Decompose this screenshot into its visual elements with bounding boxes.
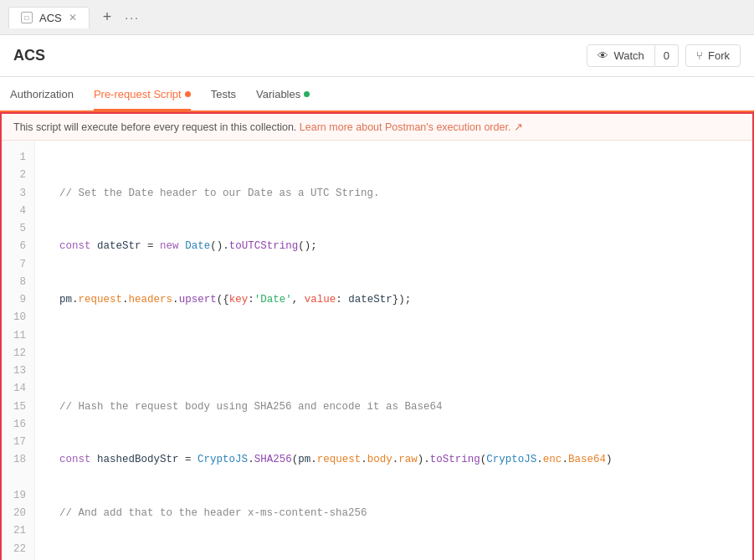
line-num-12: 12 bbox=[13, 345, 26, 362]
code-line-7: // And add that to the header x-ms-conte… bbox=[47, 505, 741, 522]
line-num-3: 3 bbox=[13, 185, 26, 203]
tab-pre-request-label: Pre-request Script bbox=[94, 88, 182, 100]
line-num-1: 1 bbox=[13, 149, 26, 167]
fork-label: Fork bbox=[708, 49, 730, 62]
code-content: 1 2 3 4 5 6 7 8 9 10 11 12 13 14 15 16 1… bbox=[2, 141, 752, 560]
notice-text: This script will execute before every re… bbox=[13, 121, 300, 133]
line-num-7: 7 bbox=[13, 256, 26, 274]
fork-button[interactable]: ⑂ Fork bbox=[685, 44, 741, 67]
line-num-2: 2 bbox=[13, 167, 26, 184]
pre-request-dot bbox=[185, 91, 191, 97]
tab-tests-label: Tests bbox=[211, 88, 236, 100]
code-line-1: // Set the Date header to our Date as a … bbox=[47, 185, 741, 203]
notice-bar: This script will execute before every re… bbox=[2, 114, 752, 141]
tab-icon: □ bbox=[21, 12, 33, 23]
browser-chrome: □ ACS ✕ + ··· bbox=[0, 0, 754, 35]
line-num-6: 6 bbox=[13, 238, 26, 255]
tab-more-button[interactable]: ··· bbox=[125, 11, 140, 24]
watch-count: 0 bbox=[655, 44, 679, 67]
line-num-10: 10 bbox=[13, 309, 26, 326]
eye-icon: 👁 bbox=[598, 49, 608, 62]
line-num-5: 5 bbox=[13, 220, 26, 238]
tab-variables[interactable]: Variables bbox=[256, 80, 310, 110]
code-lines[interactable]: // Set the Date header to our Date as a … bbox=[35, 141, 752, 560]
line-num-18: 18 bbox=[13, 451, 26, 469]
line-num-14: 14 bbox=[13, 380, 26, 398]
app-header: ACS 👁 Watch 0 ⑂ Fork bbox=[0, 35, 754, 77]
new-tab-button[interactable]: + bbox=[96, 7, 119, 28]
tab-authorization[interactable]: Authorization bbox=[10, 80, 74, 110]
line-num-11: 11 bbox=[13, 327, 26, 345]
line-num-16: 16 bbox=[13, 416, 26, 434]
app-title: ACS bbox=[13, 47, 45, 64]
line-num-15: 15 bbox=[13, 398, 26, 416]
tab-authorization-label: Authorization bbox=[10, 88, 74, 100]
code-line-4 bbox=[47, 345, 741, 362]
code-line-2: const dateStr = new Date().toUTCString()… bbox=[47, 238, 741, 255]
line-num-20: 20 bbox=[13, 505, 26, 522]
code-line-3: pm.request.headers.upsert({key:'Date', v… bbox=[47, 291, 741, 309]
line-num-18b bbox=[13, 470, 26, 487]
line-num-17: 17 bbox=[13, 434, 26, 451]
line-num-22: 22 bbox=[13, 541, 26, 558]
line-numbers: 1 2 3 4 5 6 7 8 9 10 11 12 13 14 15 16 1… bbox=[2, 141, 35, 560]
code-line-5: // Hash the request body using SHA256 an… bbox=[47, 398, 741, 416]
line-num-19: 19 bbox=[13, 487, 26, 505]
line-num-13: 13 bbox=[13, 362, 26, 380]
tab-tests[interactable]: Tests bbox=[211, 80, 236, 110]
watch-group: 👁 Watch 0 bbox=[587, 44, 679, 67]
line-num-21: 21 bbox=[13, 522, 26, 540]
nav-tabs: Authorization Pre-request Script Tests V… bbox=[0, 77, 754, 112]
line-num-9: 9 bbox=[13, 291, 26, 309]
tab-close-button[interactable]: ✕ bbox=[69, 12, 77, 23]
browser-tab-active[interactable]: □ ACS ✕ bbox=[8, 7, 90, 28]
tab-pre-request-script[interactable]: Pre-request Script bbox=[94, 80, 191, 110]
variables-dot bbox=[304, 91, 310, 97]
watch-label: Watch bbox=[613, 49, 644, 62]
line-num-4: 4 bbox=[13, 203, 26, 220]
code-editor: This script will execute before every re… bbox=[0, 112, 754, 560]
notice-link[interactable]: Learn more about Postman's execution ord… bbox=[300, 121, 523, 133]
tab-label: ACS bbox=[39, 12, 62, 24]
code-line-6: const hashedBodyStr = CryptoJS.SHA256(pm… bbox=[47, 451, 741, 469]
watch-button[interactable]: 👁 Watch bbox=[587, 44, 654, 67]
line-num-8: 8 bbox=[13, 274, 26, 291]
header-actions: 👁 Watch 0 ⑂ Fork bbox=[587, 44, 741, 67]
tab-variables-label: Variables bbox=[256, 88, 300, 100]
fork-icon: ⑂ bbox=[696, 49, 703, 62]
